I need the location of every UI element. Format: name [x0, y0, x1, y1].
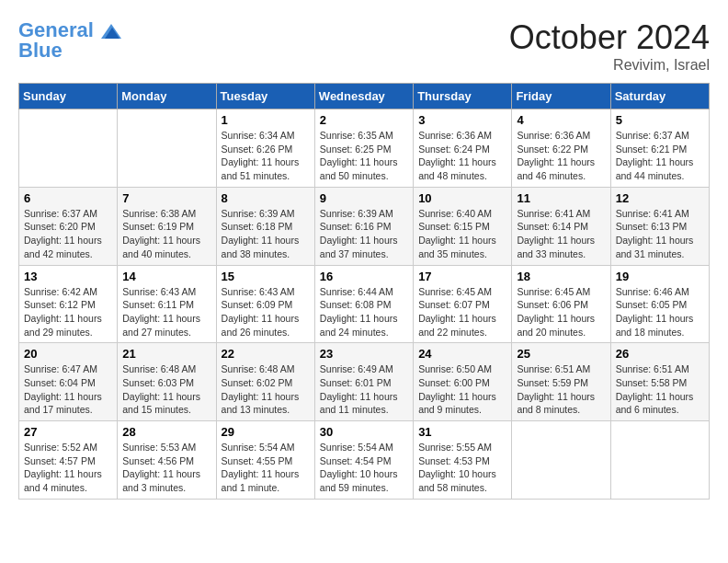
- day-info: Sunrise: 6:36 AM Sunset: 6:22 PM Dayligh…: [517, 129, 605, 183]
- day-info: Sunrise: 6:48 AM Sunset: 6:03 PM Dayligh…: [122, 362, 210, 417]
- day-info: Sunrise: 6:47 AM Sunset: 6:04 PM Dayligh…: [24, 362, 112, 417]
- day-info: Sunrise: 6:44 AM Sunset: 6:08 PM Dayligh…: [320, 285, 408, 339]
- day-info: Sunrise: 6:40 AM Sunset: 6:15 PM Dayligh…: [418, 207, 506, 261]
- calendar-cell: 19Sunrise: 6:46 AM Sunset: 6:05 PM Dayli…: [610, 265, 709, 343]
- calendar-cell: 9Sunrise: 6:39 AM Sunset: 6:16 PM Daylig…: [314, 187, 413, 265]
- calendar-day-header: Friday: [512, 84, 610, 109]
- title-block: October 2024 Revivim, Israel: [509, 18, 710, 74]
- calendar-cell: 22Sunrise: 6:48 AM Sunset: 6:02 PM Dayli…: [216, 343, 314, 421]
- day-number: 13: [24, 270, 112, 283]
- calendar-day-header: Saturday: [610, 84, 709, 109]
- day-number: 24: [418, 347, 506, 361]
- calendar-cell: 17Sunrise: 6:45 AM Sunset: 6:07 PM Dayli…: [414, 265, 512, 343]
- day-number: 3: [418, 113, 506, 127]
- day-number: 2: [320, 113, 408, 127]
- calendar-cell: 26Sunrise: 6:51 AM Sunset: 5:58 PM Dayli…: [610, 343, 709, 421]
- calendar-week-row: 20Sunrise: 6:47 AM Sunset: 6:04 PM Dayli…: [19, 343, 710, 421]
- calendar-cell: [512, 421, 610, 500]
- calendar-day-header: Monday: [118, 84, 216, 109]
- calendar-day-header: Wednesday: [314, 84, 413, 109]
- day-number: 30: [320, 425, 408, 439]
- day-info: Sunrise: 6:43 AM Sunset: 6:11 PM Dayligh…: [122, 285, 210, 339]
- day-number: 8: [222, 191, 310, 205]
- day-info: Sunrise: 6:37 AM Sunset: 6:20 PM Dayligh…: [24, 207, 112, 261]
- calendar-cell: 10Sunrise: 6:40 AM Sunset: 6:15 PM Dayli…: [414, 187, 512, 265]
- calendar-cell: 30Sunrise: 5:54 AM Sunset: 4:54 PM Dayli…: [314, 421, 413, 500]
- day-info: Sunrise: 6:48 AM Sunset: 6:02 PM Dayligh…: [222, 362, 310, 417]
- day-number: 1: [222, 113, 310, 127]
- day-info: Sunrise: 5:54 AM Sunset: 4:55 PM Dayligh…: [222, 441, 310, 495]
- day-number: 19: [616, 270, 704, 283]
- day-number: 5: [616, 113, 704, 127]
- day-info: Sunrise: 6:36 AM Sunset: 6:24 PM Dayligh…: [418, 129, 506, 183]
- day-info: Sunrise: 6:46 AM Sunset: 6:05 PM Dayligh…: [616, 285, 704, 339]
- day-info: Sunrise: 5:52 AM Sunset: 4:57 PM Dayligh…: [24, 441, 112, 495]
- calendar-cell: 5Sunrise: 6:37 AM Sunset: 6:21 PM Daylig…: [610, 109, 709, 188]
- day-info: Sunrise: 6:50 AM Sunset: 6:00 PM Dayligh…: [418, 362, 506, 417]
- day-number: 27: [24, 425, 112, 439]
- day-info: Sunrise: 6:43 AM Sunset: 6:09 PM Dayligh…: [222, 285, 310, 339]
- calendar-cell: 13Sunrise: 6:42 AM Sunset: 6:12 PM Dayli…: [19, 265, 118, 343]
- calendar-cell: 18Sunrise: 6:45 AM Sunset: 6:06 PM Dayli…: [512, 265, 610, 343]
- day-info: Sunrise: 5:53 AM Sunset: 4:56 PM Dayligh…: [122, 441, 210, 495]
- calendar-cell: 16Sunrise: 6:44 AM Sunset: 6:08 PM Dayli…: [314, 265, 413, 343]
- calendar-week-row: 1Sunrise: 6:34 AM Sunset: 6:26 PM Daylig…: [19, 109, 710, 188]
- calendar-cell: [19, 109, 118, 188]
- day-number: 9: [320, 191, 408, 205]
- page-header: General Blue October 2024 Revivim, Israe…: [18, 18, 710, 74]
- day-number: 20: [24, 347, 112, 361]
- day-info: Sunrise: 5:55 AM Sunset: 4:53 PM Dayligh…: [418, 441, 506, 495]
- day-info: Sunrise: 6:41 AM Sunset: 6:13 PM Dayligh…: [616, 207, 704, 261]
- day-number: 28: [122, 425, 210, 439]
- day-number: 10: [418, 191, 506, 205]
- day-number: 12: [616, 191, 704, 205]
- day-number: 11: [517, 191, 605, 205]
- month-title: October 2024: [509, 18, 710, 57]
- day-info: Sunrise: 6:39 AM Sunset: 6:18 PM Dayligh…: [222, 207, 310, 261]
- day-number: 18: [517, 270, 605, 283]
- calendar-cell: 29Sunrise: 5:54 AM Sunset: 4:55 PM Dayli…: [216, 421, 314, 500]
- day-number: 6: [24, 191, 112, 205]
- calendar-cell: 7Sunrise: 6:38 AM Sunset: 6:19 PM Daylig…: [118, 187, 216, 265]
- day-number: 22: [222, 347, 310, 361]
- day-info: Sunrise: 6:51 AM Sunset: 5:59 PM Dayligh…: [517, 362, 605, 417]
- calendar-cell: 15Sunrise: 6:43 AM Sunset: 6:09 PM Dayli…: [216, 265, 314, 343]
- calendar-week-row: 27Sunrise: 5:52 AM Sunset: 4:57 PM Dayli…: [19, 421, 710, 500]
- day-info: Sunrise: 6:34 AM Sunset: 6:26 PM Dayligh…: [222, 129, 310, 183]
- day-number: 29: [222, 425, 310, 439]
- day-number: 14: [122, 270, 210, 283]
- calendar-cell: 3Sunrise: 6:36 AM Sunset: 6:24 PM Daylig…: [414, 109, 512, 188]
- calendar-week-row: 13Sunrise: 6:42 AM Sunset: 6:12 PM Dayli…: [19, 265, 710, 343]
- calendar-cell: 27Sunrise: 5:52 AM Sunset: 4:57 PM Dayli…: [19, 421, 118, 500]
- calendar-cell: 2Sunrise: 6:35 AM Sunset: 6:25 PM Daylig…: [314, 109, 413, 188]
- calendar-cell: [610, 421, 709, 500]
- day-info: Sunrise: 6:51 AM Sunset: 5:58 PM Dayligh…: [616, 362, 704, 417]
- calendar-cell: 6Sunrise: 6:37 AM Sunset: 6:20 PM Daylig…: [19, 187, 118, 265]
- day-info: Sunrise: 6:45 AM Sunset: 6:06 PM Dayligh…: [517, 285, 605, 339]
- calendar-cell: 24Sunrise: 6:50 AM Sunset: 6:00 PM Dayli…: [414, 343, 512, 421]
- logo-icon: [101, 24, 121, 39]
- calendar-cell: 8Sunrise: 6:39 AM Sunset: 6:18 PM Daylig…: [216, 187, 314, 265]
- calendar-cell: 25Sunrise: 6:51 AM Sunset: 5:59 PM Dayli…: [512, 343, 610, 421]
- calendar-cell: 12Sunrise: 6:41 AM Sunset: 6:13 PM Dayli…: [610, 187, 709, 265]
- day-info: Sunrise: 6:41 AM Sunset: 6:14 PM Dayligh…: [517, 207, 605, 261]
- calendar-header-row: SundayMondayTuesdayWednesdayThursdayFrid…: [19, 84, 710, 109]
- calendar-cell: [118, 109, 216, 188]
- calendar-cell: 28Sunrise: 5:53 AM Sunset: 4:56 PM Dayli…: [118, 421, 216, 500]
- calendar-cell: 1Sunrise: 6:34 AM Sunset: 6:26 PM Daylig…: [216, 109, 314, 188]
- day-info: Sunrise: 6:42 AM Sunset: 6:12 PM Dayligh…: [24, 285, 112, 339]
- calendar-cell: 4Sunrise: 6:36 AM Sunset: 6:22 PM Daylig…: [512, 109, 610, 188]
- calendar-cell: 31Sunrise: 5:55 AM Sunset: 4:53 PM Dayli…: [414, 421, 512, 500]
- calendar-day-header: Sunday: [19, 84, 118, 109]
- day-number: 31: [418, 425, 506, 439]
- day-number: 4: [517, 113, 605, 127]
- day-number: 7: [122, 191, 210, 205]
- day-number: 23: [320, 347, 408, 361]
- day-number: 15: [222, 270, 310, 283]
- calendar-cell: 23Sunrise: 6:49 AM Sunset: 6:01 PM Dayli…: [314, 343, 413, 421]
- calendar-cell: 21Sunrise: 6:48 AM Sunset: 6:03 PM Dayli…: [118, 343, 216, 421]
- day-info: Sunrise: 6:37 AM Sunset: 6:21 PM Dayligh…: [616, 129, 704, 183]
- day-number: 26: [616, 347, 704, 361]
- calendar-day-header: Tuesday: [216, 84, 314, 109]
- day-info: Sunrise: 6:35 AM Sunset: 6:25 PM Dayligh…: [320, 129, 408, 183]
